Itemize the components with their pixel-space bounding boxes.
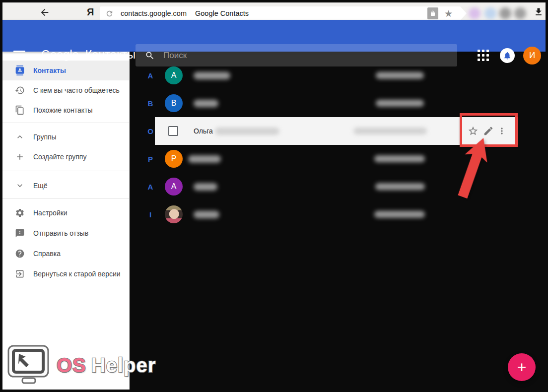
os-helper-watermark: OSHelper [7,344,156,386]
redacted-phone [376,72,424,79]
more-vertical-icon[interactable] [497,126,507,136]
contact-row[interactable]: Р Р [130,145,548,173]
divider [2,123,129,123]
sidebar-item-help[interactable]: Справка [2,244,129,263]
sidebar-item-more[interactable]: Ещё [2,176,129,196]
sidebar-item-label: Вернуться к старой версии [33,270,121,278]
avatar-initial: B [171,99,177,108]
notifications-bell-icon[interactable] [500,48,515,63]
sidebar-item-label: Настройки [33,209,68,217]
gear-icon [15,208,25,218]
add-contact-fab[interactable]: + [508,353,536,381]
divider [2,171,129,171]
product-name: Контакты [85,48,136,61]
alphabet-letter: А [144,183,156,191]
alphabet-letter: О [144,127,156,135]
extension-icon-blurred[interactable] [469,7,480,19]
redacted-name [194,72,230,79]
watermark-helper: Helper [91,354,156,376]
page-title: Google Contacts [195,9,249,17]
downloads-icon[interactable] [534,7,544,17]
extension-icon-blurred[interactable] [499,7,511,19]
sidebar-item-frequent[interactable]: С кем вы часто общаетесь [2,80,129,100]
reload-icon[interactable] [105,9,114,18]
sidebar-item-label: Контакты [33,66,66,74]
monitor-cursor-icon [7,344,51,386]
avatar: B [165,94,183,112]
redacted-phone [376,100,424,107]
contact-name: Ольга [194,127,213,135]
duplicates-icon [15,105,25,115]
chevron-down-icon [15,181,25,191]
star-outline-icon[interactable] [468,126,479,136]
bookmark-star-icon[interactable]: ★ [444,9,453,18]
redacted-name [188,155,221,163]
url-domain: contacts.google.com [121,9,187,17]
alphabet-letter: І [144,210,156,219]
contact-row[interactable]: А А [130,173,548,200]
avatar-initial: Р [171,154,177,163]
redacted-phone [374,155,425,162]
feedback-icon [15,228,25,238]
avatar: A [165,66,183,84]
contact-row-hovered[interactable]: О Ольга [130,117,548,145]
sidebar-item-label: Похожие контакты [33,106,93,114]
redacted-phone [375,183,425,190]
redacted-phone [353,128,427,134]
watermark-text: OSHelper [57,354,156,377]
plus-icon: + [517,359,527,375]
edit-pencil-icon[interactable] [483,126,494,136]
account-initial: И [529,51,535,61]
yandex-browser-logo[interactable]: Я [87,6,94,18]
sidebar-item-create-group[interactable]: Создайте группу [2,147,129,167]
sidebar-item-label: Группы [33,133,57,141]
search-box[interactable] [136,44,457,66]
extension-icon-blurred[interactable] [514,7,526,19]
search-input[interactable] [163,51,457,61]
redacted-name [194,183,217,191]
sidebar-item-label: Отправить отзыв [33,229,88,237]
google-apps-grid-icon[interactable] [478,50,489,61]
hamburger-menu-icon[interactable] [13,51,25,60]
redacted-name [194,211,219,218]
browser-toolbar: Я contacts.google.com Google Contacts ★ [2,2,546,20]
alphabet-letter: Р [144,155,156,163]
avatar-photo [165,205,183,223]
sidebar-item-label: Ещё [33,182,48,190]
sidebar-item-duplicates[interactable]: Похожие контакты [2,100,129,120]
sidebar-item-label: С кем вы часто общаетесь [33,86,120,94]
search-icon [145,51,155,61]
back-icon[interactable] [38,7,51,18]
help-icon [15,249,25,259]
redacted-name [215,128,279,135]
contacts-icon [15,65,25,75]
contact-row[interactable]: І [130,200,548,228]
alphabet-letter: А [144,71,156,80]
security-lock-icon[interactable] [427,7,438,19]
sidebar: Контакты С кем вы часто общаетесь Похожи… [2,52,130,390]
avatar-initial: A [171,71,177,80]
avatar: А [165,178,183,196]
row-checkbox[interactable] [168,126,178,136]
account-avatar[interactable]: И [523,47,541,65]
watermark-os: OS [57,354,86,376]
address-bar[interactable]: contacts.google.com Google Contacts ★ [100,6,467,20]
sidebar-item-contacts[interactable]: Контакты [2,61,129,80]
alphabet-letter: В [144,99,156,108]
plus-icon [15,152,25,162]
sidebar-item-label: Создайте группу [33,153,86,161]
extension-icon-blurred[interactable] [484,7,496,19]
sidebar-item-old-version[interactable]: Вернуться к старой версии [2,264,129,284]
brand-google: Google [41,48,79,61]
exit-to-app-icon [15,269,25,279]
sidebar-item-label: Справка [33,250,61,258]
divider [2,198,129,199]
avatar-initial: А [171,182,177,191]
redacted-phone [374,211,425,218]
app-header: Google Контакты И [2,20,546,52]
app-logo: Google Контакты [41,48,136,62]
sidebar-item-groups[interactable]: Группы [2,127,129,147]
contact-row[interactable]: В B [130,89,548,117]
sidebar-item-settings[interactable]: Настройки [2,203,129,223]
sidebar-item-feedback[interactable]: Отправить отзыв [2,223,129,243]
